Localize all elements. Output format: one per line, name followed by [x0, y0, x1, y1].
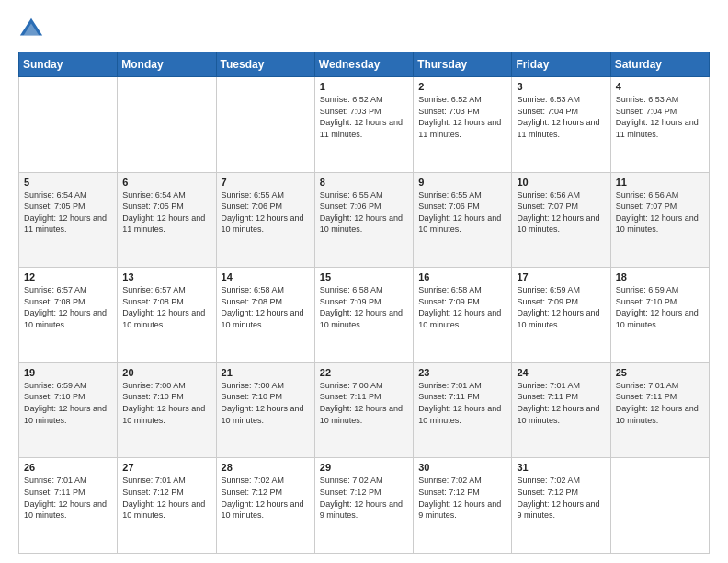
- day-number: 31: [517, 462, 605, 473]
- day-info: Sunrise: 6:59 AMSunset: 7:09 PMDaylight:…: [517, 285, 599, 329]
- day-number: 15: [320, 271, 408, 282]
- calendar-cell: 22 Sunrise: 7:00 AMSunset: 7:11 PMDaylig…: [314, 362, 413, 458]
- day-number: 28: [222, 462, 310, 473]
- day-info: Sunrise: 7:00 AMSunset: 7:10 PMDaylight:…: [122, 381, 205, 425]
- day-info: Sunrise: 6:55 AMSunset: 7:06 PMDaylight:…: [418, 190, 501, 235]
- calendar-cell: 13 Sunrise: 6:57 AMSunset: 7:08 PMDaylig…: [118, 268, 216, 363]
- day-number: 23: [418, 367, 506, 378]
- calendar-cell: 29 Sunrise: 7:02 AMSunset: 7:12 PMDaylig…: [314, 458, 413, 554]
- day-info: Sunrise: 6:58 AMSunset: 7:08 PMDaylight:…: [222, 285, 304, 329]
- day-number: 29: [320, 462, 408, 473]
- calendar-cell: 11 Sunrise: 6:56 AMSunset: 7:07 PMDaylig…: [610, 172, 709, 268]
- day-info: Sunrise: 6:59 AMSunset: 7:10 PMDaylight:…: [24, 381, 107, 425]
- logo-icon: [18, 17, 44, 42]
- calendar-cell: [19, 77, 118, 173]
- calendar-week-row: 19 Sunrise: 6:59 AMSunset: 7:10 PMDaylig…: [19, 362, 710, 458]
- day-number: 6: [122, 177, 210, 188]
- calendar-cell: 2 Sunrise: 6:52 AMSunset: 7:03 PMDayligh…: [414, 77, 512, 173]
- day-number: 7: [222, 177, 310, 188]
- day-info: Sunrise: 7:02 AMSunset: 7:12 PMDaylight:…: [517, 476, 599, 520]
- logo: [18, 17, 48, 42]
- day-info: Sunrise: 6:58 AMSunset: 7:09 PMDaylight:…: [320, 285, 403, 329]
- day-info: Sunrise: 6:58 AMSunset: 7:09 PMDaylight:…: [418, 285, 501, 329]
- day-info: Sunrise: 6:56 AMSunset: 7:07 PMDaylight:…: [616, 190, 699, 235]
- day-number: 25: [616, 367, 704, 378]
- day-info: Sunrise: 6:52 AMSunset: 7:03 PMDaylight:…: [418, 95, 501, 139]
- day-number: 24: [517, 367, 605, 378]
- calendar-cell: 14 Sunrise: 6:58 AMSunset: 7:08 PMDaylig…: [216, 268, 314, 363]
- day-info: Sunrise: 7:02 AMSunset: 7:12 PMDaylight:…: [320, 476, 403, 520]
- calendar-cell: 23 Sunrise: 7:01 AMSunset: 7:11 PMDaylig…: [414, 362, 512, 458]
- calendar-cell: 6 Sunrise: 6:54 AMSunset: 7:05 PMDayligh…: [118, 172, 216, 268]
- day-number: 30: [418, 462, 506, 473]
- calendar-week-row: 26 Sunrise: 7:01 AMSunset: 7:11 PMDaylig…: [19, 458, 710, 554]
- day-info: Sunrise: 7:01 AMSunset: 7:11 PMDaylight:…: [418, 381, 501, 425]
- day-info: Sunrise: 6:56 AMSunset: 7:07 PMDaylight:…: [517, 190, 599, 235]
- day-number: 4: [616, 81, 704, 92]
- day-info: Sunrise: 6:52 AMSunset: 7:03 PMDaylight:…: [320, 95, 403, 139]
- calendar-cell: 19 Sunrise: 6:59 AMSunset: 7:10 PMDaylig…: [19, 362, 118, 458]
- calendar-cell: 4 Sunrise: 6:53 AMSunset: 7:04 PMDayligh…: [610, 77, 709, 173]
- page: SundayMondayTuesdayWednesdayThursdayFrid…: [0, 0, 728, 563]
- calendar-week-row: 1 Sunrise: 6:52 AMSunset: 7:03 PMDayligh…: [19, 77, 710, 173]
- day-info: Sunrise: 7:01 AMSunset: 7:11 PMDaylight:…: [517, 381, 599, 425]
- header: [18, 17, 710, 42]
- day-info: Sunrise: 6:59 AMSunset: 7:10 PMDaylight:…: [616, 285, 699, 329]
- calendar-cell: 3 Sunrise: 6:53 AMSunset: 7:04 PMDayligh…: [512, 77, 610, 173]
- day-number: 8: [320, 177, 408, 188]
- calendar-day-header: Monday: [118, 52, 216, 77]
- day-number: 9: [418, 177, 506, 188]
- calendar-cell: 10 Sunrise: 6:56 AMSunset: 7:07 PMDaylig…: [512, 172, 610, 268]
- calendar-cell: 18 Sunrise: 6:59 AMSunset: 7:10 PMDaylig…: [610, 268, 709, 363]
- calendar-cell: 27 Sunrise: 7:01 AMSunset: 7:12 PMDaylig…: [118, 458, 216, 554]
- calendar-cell: [216, 77, 314, 173]
- day-info: Sunrise: 7:01 AMSunset: 7:11 PMDaylight:…: [616, 381, 699, 425]
- calendar-cell: [610, 458, 709, 554]
- calendar-cell: 5 Sunrise: 6:54 AMSunset: 7:05 PMDayligh…: [19, 172, 118, 268]
- day-info: Sunrise: 6:55 AMSunset: 7:06 PMDaylight:…: [222, 190, 304, 235]
- day-info: Sunrise: 6:53 AMSunset: 7:04 PMDaylight:…: [616, 95, 699, 139]
- calendar-cell: [118, 77, 216, 173]
- day-number: 5: [24, 177, 112, 188]
- calendar-cell: 16 Sunrise: 6:58 AMSunset: 7:09 PMDaylig…: [414, 268, 512, 363]
- day-number: 21: [222, 367, 310, 378]
- day-info: Sunrise: 6:54 AMSunset: 7:05 PMDaylight:…: [122, 190, 205, 235]
- day-number: 16: [418, 271, 506, 282]
- calendar-cell: 12 Sunrise: 6:57 AMSunset: 7:08 PMDaylig…: [19, 268, 118, 363]
- day-info: Sunrise: 6:53 AMSunset: 7:04 PMDaylight:…: [517, 95, 599, 139]
- calendar-cell: 20 Sunrise: 7:00 AMSunset: 7:10 PMDaylig…: [118, 362, 216, 458]
- day-info: Sunrise: 7:00 AMSunset: 7:11 PMDaylight:…: [320, 381, 403, 425]
- day-number: 22: [320, 367, 408, 378]
- calendar-day-header: Tuesday: [216, 52, 314, 77]
- day-info: Sunrise: 6:54 AMSunset: 7:05 PMDaylight:…: [24, 190, 107, 235]
- day-number: 13: [122, 271, 210, 282]
- calendar-day-header: Thursday: [414, 52, 512, 77]
- day-number: 3: [517, 81, 605, 92]
- calendar-week-row: 12 Sunrise: 6:57 AMSunset: 7:08 PMDaylig…: [19, 268, 710, 363]
- day-info: Sunrise: 7:02 AMSunset: 7:12 PMDaylight:…: [222, 476, 304, 520]
- calendar-cell: 30 Sunrise: 7:02 AMSunset: 7:12 PMDaylig…: [414, 458, 512, 554]
- calendar-day-header: Saturday: [610, 52, 709, 77]
- day-number: 14: [222, 271, 310, 282]
- calendar-cell: 15 Sunrise: 6:58 AMSunset: 7:09 PMDaylig…: [314, 268, 413, 363]
- calendar-cell: 9 Sunrise: 6:55 AMSunset: 7:06 PMDayligh…: [414, 172, 512, 268]
- day-info: Sunrise: 6:55 AMSunset: 7:06 PMDaylight:…: [320, 190, 403, 235]
- day-number: 17: [517, 271, 605, 282]
- day-info: Sunrise: 7:00 AMSunset: 7:10 PMDaylight:…: [222, 381, 304, 425]
- day-number: 10: [517, 177, 605, 188]
- calendar-cell: 1 Sunrise: 6:52 AMSunset: 7:03 PMDayligh…: [314, 77, 413, 173]
- calendar-week-row: 5 Sunrise: 6:54 AMSunset: 7:05 PMDayligh…: [19, 172, 710, 268]
- day-number: 26: [24, 462, 112, 473]
- calendar-cell: 7 Sunrise: 6:55 AMSunset: 7:06 PMDayligh…: [216, 172, 314, 268]
- day-info: Sunrise: 7:02 AMSunset: 7:12 PMDaylight:…: [418, 476, 501, 520]
- calendar-cell: 24 Sunrise: 7:01 AMSunset: 7:11 PMDaylig…: [512, 362, 610, 458]
- calendar-cell: 21 Sunrise: 7:00 AMSunset: 7:10 PMDaylig…: [216, 362, 314, 458]
- day-info: Sunrise: 6:57 AMSunset: 7:08 PMDaylight:…: [122, 285, 205, 329]
- day-number: 20: [122, 367, 210, 378]
- day-number: 11: [616, 177, 704, 188]
- calendar-cell: 26 Sunrise: 7:01 AMSunset: 7:11 PMDaylig…: [19, 458, 118, 554]
- calendar-cell: 31 Sunrise: 7:02 AMSunset: 7:12 PMDaylig…: [512, 458, 610, 554]
- day-number: 12: [24, 271, 112, 282]
- day-number: 2: [418, 81, 506, 92]
- day-info: Sunrise: 7:01 AMSunset: 7:11 PMDaylight:…: [24, 476, 107, 520]
